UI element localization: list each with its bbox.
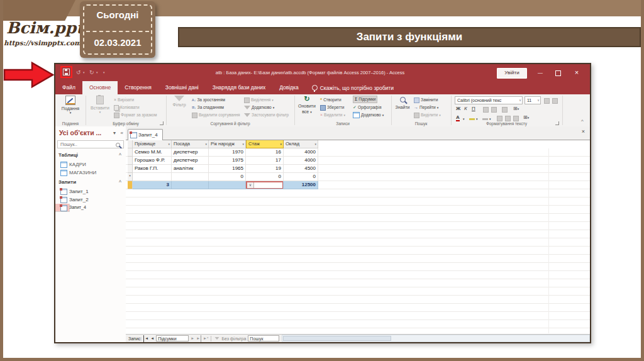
nav-item-query2[interactable]: Запит_2 — [55, 196, 125, 204]
select-button[interactable]: Виділити ▾ — [414, 111, 441, 119]
nav-item-query4-selected[interactable]: Запит_4 — [55, 204, 70, 212]
nav-item-query1[interactable]: Запит_1 — [55, 187, 125, 196]
records-more-button[interactable]: Додатково ▾ — [353, 111, 384, 119]
nav-item-magazyny[interactable]: МАГАЗИНИ — [55, 169, 125, 177]
filter-button[interactable]: Фільтр — [169, 96, 189, 119]
font-color-dropdown-icon[interactable]: ▾ — [463, 117, 465, 121]
fill-color-icon[interactable] — [482, 118, 488, 120]
tab-help[interactable]: Довідка — [272, 81, 306, 94]
cut-button[interactable]: × Вирізати — [114, 96, 134, 104]
sort-ascending-button[interactable]: А↓ За зростанням — [192, 96, 225, 104]
bullets-icon[interactable] — [544, 98, 550, 104]
cell-salary[interactable]: 4500 — [284, 165, 318, 173]
save-record-button[interactable]: Зберегти — [320, 104, 344, 111]
cell-birth-year[interactable]: 0 — [209, 173, 246, 181]
collapse-ribbon-icon[interactable]: ^ — [581, 118, 584, 124]
column-header-experience-highlighted[interactable]: Стаж▾ — [246, 140, 284, 148]
align-center-icon[interactable] — [505, 116, 511, 121]
advanced-filter-button[interactable]: Додатково ▾ — [244, 104, 274, 111]
sort-descending-button[interactable]: Я↓ За спаданням — [192, 104, 224, 111]
record-search-input[interactable]: Пошук — [248, 335, 279, 342]
select-all-cell[interactable] — [128, 140, 133, 148]
gridlines-icon[interactable]: ⊞▾ — [513, 106, 519, 111]
tab-file[interactable]: Файл — [55, 81, 82, 94]
tab-database-tools[interactable]: Знаряддя бази даних — [206, 81, 272, 94]
toggle-filter-button[interactable]: Застосувати фільтр — [244, 111, 289, 119]
column-header-birth-year[interactable]: Рік народж▾ — [209, 140, 246, 148]
selection-button[interactable]: Виділення ▾ — [244, 96, 274, 104]
new-record-marker[interactable]: * — [128, 173, 133, 181]
cell-salary[interactable]: 0 — [284, 173, 318, 181]
datasheet-formatting-icon[interactable]: ⊞▾ — [523, 114, 529, 120]
cell-experience[interactable]: 19 — [246, 165, 284, 173]
cell-surname[interactable]: Горошко Ф.Р. — [133, 157, 172, 165]
cell-position[interactable]: диспетчер — [172, 148, 209, 157]
text-direction-icon[interactable] — [502, 107, 508, 113]
cell-experience[interactable]: 0 — [246, 173, 284, 181]
undo-icon[interactable]: ↺ — [76, 64, 81, 81]
cell-experience[interactable]: 17 — [246, 157, 284, 165]
cell-experience[interactable]: 16 — [246, 148, 284, 157]
nav-pane-title[interactable]: Усі об'єкти ... — [59, 129, 101, 136]
first-record-icon[interactable]: ◄ — [143, 335, 148, 342]
decrease-indent-icon[interactable] — [483, 107, 489, 113]
redo-dropdown-icon[interactable]: ▾ — [96, 64, 98, 81]
row-selector[interactable] — [128, 148, 133, 157]
column-filter-icon[interactable]: ▾ — [205, 140, 207, 148]
cell-salary[interactable]: 4000 — [284, 148, 318, 157]
redo-icon[interactable]: ↻ — [89, 64, 94, 81]
current-record-box[interactable]: Підсумки — [156, 335, 189, 342]
nav-item-kadry[interactable]: КАДРИ — [55, 160, 125, 169]
column-header-position[interactable]: Посада▾ — [172, 140, 209, 148]
increase-indent-icon[interactable] — [491, 107, 497, 113]
sign-in-button[interactable]: Увійти — [497, 68, 527, 79]
nav-search-input[interactable]: Пошук.. — [57, 140, 124, 148]
highlight-dropdown-icon[interactable]: ▾ — [476, 117, 478, 121]
close-object-icon[interactable]: × — [582, 128, 585, 135]
goto-button[interactable]: → Перейти ▾ — [414, 104, 438, 111]
brand-url[interactable]: https://vsimpptx.com — [4, 39, 81, 47]
cell-salary[interactable]: 4000 — [284, 157, 318, 165]
italic-button[interactable]: К — [464, 106, 467, 111]
format-painter-button[interactable]: Формат за зразком — [114, 111, 157, 119]
refresh-all-button[interactable]: ↻ Оновити все ▾ — [296, 96, 318, 119]
align-left-icon[interactable] — [497, 116, 502, 121]
minimize-button[interactable]: — — [536, 64, 545, 81]
column-header-salary[interactable]: Оклад▾ — [284, 140, 318, 148]
view-button[interactable]: Подання ▾ — [58, 96, 83, 119]
nav-pane-menu-icon[interactable]: ▾ — [113, 130, 116, 136]
font-size-combo[interactable]: 11 ∨ — [525, 96, 541, 104]
column-filter-icon[interactable]: ▾ — [242, 140, 244, 148]
close-button[interactable]: × — [572, 64, 581, 81]
replace-button[interactable]: Замінити — [414, 96, 438, 104]
save-icon[interactable] — [63, 69, 70, 75]
cell-surname[interactable]: Раков Г.П. — [133, 165, 172, 173]
cell-position[interactable] — [172, 173, 209, 181]
cell-surname[interactable] — [133, 173, 172, 181]
new-record-button[interactable]: * Створити — [320, 96, 341, 104]
numbering-icon[interactable] — [552, 98, 558, 104]
column-filter-icon[interactable]: ▾ — [314, 140, 316, 148]
totals-empty-cell[interactable] — [209, 181, 246, 189]
tab-home[interactable]: Основне — [82, 81, 118, 94]
bold-button[interactable]: Ж — [456, 106, 460, 111]
paste-button[interactable]: Вставити ▾ — [89, 96, 111, 119]
fill-dropdown-icon[interactable]: ▾ — [489, 117, 491, 121]
restore-button[interactable] — [555, 70, 561, 76]
spelling-button[interactable]: ✓ Орфографія — [353, 104, 381, 111]
totals-button[interactable]: Σ Підсумки — [353, 96, 377, 103]
tell-me-box[interactable]: Скажіть, що потрібно зробити — [312, 81, 394, 94]
column-header-surname[interactable]: Прізвище▾ — [133, 140, 172, 148]
scrollbar-thumb[interactable] — [283, 336, 391, 341]
last-record-icon[interactable]: ► — [196, 335, 201, 342]
cell-birth-year[interactable]: 1970 — [209, 148, 246, 157]
clipboard-dialog-launcher-icon[interactable] — [160, 121, 164, 125]
filter-state-icon[interactable] — [215, 337, 219, 340]
totals-combo-arrow-icon[interactable]: ∨ — [247, 182, 254, 188]
font-name-combo[interactable]: Calibri (основний текс ∨ — [455, 96, 523, 104]
horizontal-scrollbar[interactable] — [282, 335, 590, 342]
row-selector[interactable] — [128, 157, 133, 165]
cell-birth-year[interactable]: 1965 — [209, 165, 246, 173]
cell-birth-year[interactable]: 1975 — [209, 157, 246, 165]
totals-salary-cell[interactable]: 12500 — [284, 181, 318, 189]
